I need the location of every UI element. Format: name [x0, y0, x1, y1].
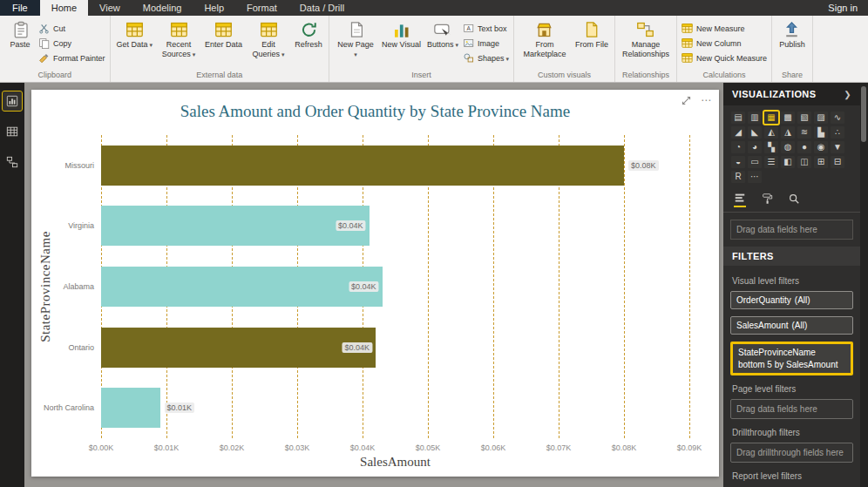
bar-north-carolina[interactable]	[101, 388, 160, 428]
edit-queries-button[interactable]: Edit Queries	[247, 18, 290, 59]
get-data-button[interactable]: Get Data	[115, 18, 155, 50]
publish-button[interactable]: Publish	[776, 18, 808, 50]
text-box-button[interactable]: Text box	[463, 23, 509, 34]
map-icon[interactable]: ◍	[781, 141, 795, 153]
line-and-clustered-column-chart-icon[interactable]: ◮	[781, 126, 795, 139]
filter-salesamount[interactable]: SalesAmount (All)	[730, 316, 853, 335]
tab-file[interactable]: File	[0, 0, 40, 16]
card-icon[interactable]: ▭	[748, 156, 762, 168]
tab-format[interactable]: Format	[235, 0, 288, 16]
100-stacked-bar-chart-icon[interactable]: ▧	[797, 112, 811, 124]
text-box-label: Text box	[478, 24, 507, 33]
bar-ontario[interactable]	[101, 328, 376, 368]
scatter-chart-icon[interactable]: ∴	[831, 126, 844, 139]
shape-map-icon[interactable]: ◉	[814, 141, 828, 153]
ribbon-group-relationships: Manage Relationships Relationships	[615, 16, 677, 82]
stacked-area-chart-icon[interactable]: ◣	[748, 126, 762, 139]
bar-row: $0.04KVirginia	[101, 196, 689, 257]
from-file-button[interactable]: From File	[573, 18, 610, 50]
stacked-column-chart-icon[interactable]: ▥	[748, 112, 762, 124]
table-icon[interactable]: ⊞	[814, 156, 828, 168]
tab-modeling[interactable]: Modeling	[132, 0, 193, 16]
tab-view[interactable]: View	[88, 0, 132, 16]
titlebar: File Home View Modeling Help Format Data…	[0, 0, 868, 16]
manage-relationships-button[interactable]: Manage Relationships	[620, 18, 672, 59]
clustered-bar-chart-icon[interactable]: ▦	[764, 112, 778, 124]
drillthrough-drop-area[interactable]: Drag drillthrough fields here	[730, 443, 853, 463]
filter-field: SalesAmount	[736, 321, 788, 330]
data-view-button[interactable]	[3, 122, 22, 141]
tab-home[interactable]: Home	[40, 0, 88, 16]
bar-row: $0.01KNorth Carolina	[101, 377, 689, 438]
ribbon-group-insert: New Page New Visual Buttons Text box	[329, 16, 514, 82]
gridline	[689, 135, 690, 438]
new-measure-icon	[682, 23, 693, 34]
more-options-icon[interactable]: ⋯	[701, 94, 711, 106]
ribbon-group-share: Publish Share	[772, 16, 813, 82]
bar-alabama[interactable]	[101, 267, 383, 307]
line-and-stacked-column-chart-icon[interactable]: ◭	[764, 126, 778, 139]
image-button[interactable]: Image	[463, 37, 509, 49]
new-visual-label: New Visual	[382, 40, 421, 50]
paste-label: Paste	[10, 40, 30, 50]
view-switcher-sidebar	[0, 83, 24, 487]
cut-button[interactable]: Cut	[38, 23, 105, 34]
new-quick-measure-button[interactable]: New Quick Measure	[682, 52, 767, 64]
enter-data-button[interactable]: Enter Data	[203, 18, 244, 50]
fields-tab[interactable]	[734, 192, 746, 207]
scrollbar-thumb[interactable]	[861, 86, 866, 142]
paste-button[interactable]: Paste	[4, 18, 36, 50]
focus-mode-icon[interactable]	[681, 95, 692, 106]
waterfall-chart-icon[interactable]: ▙	[814, 126, 828, 139]
stacked-bar-chart-icon[interactable]: ▤	[731, 112, 745, 124]
analytics-tab[interactable]	[788, 193, 800, 206]
filled-map-icon[interactable]: ●	[797, 141, 811, 153]
new-column-button[interactable]: New Column	[682, 37, 767, 49]
page-filters-drop-area[interactable]: Drag data fields here	[730, 399, 853, 419]
ribbon-group-clipboard: Paste Cut Copy Format Painter	[0, 16, 111, 82]
model-view-button[interactable]	[3, 152, 22, 172]
shapes-button[interactable]: Shapes	[463, 52, 509, 64]
values-drop-area[interactable]: Drag data fields here	[730, 220, 853, 240]
r-script-visual-icon[interactable]: R	[731, 171, 745, 183]
filter-stateprovincename[interactable]: StateProvinceName bottom 5 by SalesAmoun…	[730, 342, 853, 375]
area-chart-icon[interactable]: ◢	[731, 126, 745, 139]
treemap-icon[interactable]: ▚	[764, 141, 778, 153]
recent-sources-button[interactable]: Recent Sources	[157, 18, 200, 59]
format-tab[interactable]	[761, 193, 773, 206]
pie-chart-icon[interactable]: ◔	[731, 141, 745, 153]
bar-virginia[interactable]	[101, 206, 370, 246]
pane-tabs	[723, 187, 860, 213]
from-marketplace-button[interactable]: From Marketplace	[519, 18, 571, 59]
kpi-icon[interactable]: ◧	[781, 156, 795, 168]
sign-in-button[interactable]: Sign in	[817, 0, 868, 16]
new-measure-button[interactable]: New Measure	[682, 23, 767, 34]
slicer-icon[interactable]: ◫	[797, 156, 811, 168]
tab-data-drill[interactable]: Data / Drill	[288, 0, 356, 16]
copy-button[interactable]: Copy	[38, 37, 105, 49]
buttons-button[interactable]: Buttons	[425, 18, 460, 50]
funnel-icon[interactable]: ▼	[831, 141, 844, 153]
bar-data-label: $0.08K	[628, 160, 659, 171]
donut-chart-icon[interactable]: ◕	[748, 141, 762, 153]
matrix-icon[interactable]: ⊟	[831, 156, 844, 168]
new-visual-button[interactable]: New Visual	[380, 18, 423, 50]
panel-scrollbar[interactable]	[860, 83, 868, 487]
clustered-column-chart-icon[interactable]: ▩	[781, 112, 795, 124]
visual-level-filters-label: Visual level filters	[732, 276, 851, 286]
line-chart-icon[interactable]: ∿	[831, 112, 844, 124]
report-view-button[interactable]	[3, 91, 22, 111]
collapse-pane-icon[interactable]	[844, 89, 851, 99]
refresh-button[interactable]: Refresh	[293, 18, 324, 50]
ribbon-chart-icon[interactable]: ≋	[797, 126, 811, 139]
tab-help[interactable]: Help	[193, 0, 235, 16]
gauge-icon[interactable]: ◒	[731, 156, 745, 168]
new-page-button[interactable]: New Page	[334, 18, 377, 59]
filter-orderquantity[interactable]: OrderQuantity (All)	[730, 291, 853, 309]
format-painter-button[interactable]: Format Painter	[38, 52, 105, 64]
more-visuals-icon[interactable]: ⋯	[748, 171, 762, 183]
bar-missouri[interactable]	[101, 145, 624, 186]
multi-row-card-icon[interactable]: ☰	[764, 156, 778, 168]
x-axis-tick: $0.01K	[154, 443, 180, 452]
100-stacked-column-chart-icon[interactable]: ▨	[814, 112, 828, 124]
